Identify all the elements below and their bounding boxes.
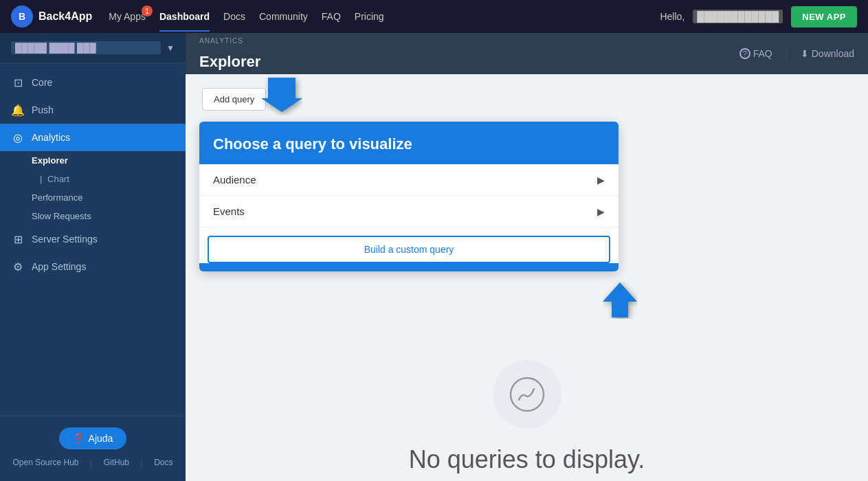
top-nav: B Back4App My Apps 1 Dashboard Docs Comm… [0,0,868,33]
sidebar-label-analytics: Analytics [32,132,70,143]
footer-github[interactable]: GitHub [104,458,129,470]
chevron-icon: ▼ [166,43,175,53]
page-content: Add query Choose a query to visualize Au… [186,74,868,481]
content-area: ANALYTICS Explorer ? FAQ ⬇ Download [186,33,868,481]
sidebar-sub-explorer[interactable]: Explorer [32,151,186,170]
sidebar-label-app-settings: App Settings [32,261,86,272]
core-icon: ⊡ [11,76,25,89]
server-settings-icon: ⊞ [11,232,25,246]
dropdown-options: Audience ▶ Events ▶ Build a custom query [199,164,619,263]
page-title: Explorer [199,53,260,71]
ajuda-button[interactable]: ❓ Ajuda [59,427,127,449]
svg-marker-0 [261,78,302,112]
empty-state: No queries to display. Use the "Add quer… [199,319,854,481]
build-custom-query-button[interactable]: Build a custom query [208,236,610,263]
nav-dashboard[interactable]: Dashboard [159,11,210,22]
sidebar-label-core: Core [32,77,52,88]
arrow-down-decor [261,74,302,118]
app-name-bar[interactable]: █████ ████ ███ ▼ [0,33,186,63]
analytics-submenu: Explorer | Chart Performance Slow Reques… [0,151,186,225]
chevron-right-icon-2: ▶ [597,206,605,217]
sidebar-label-server-settings: Server Settings [32,234,98,245]
footer-opensource[interactable]: Open Source Hub [12,458,78,470]
header-faq-link[interactable]: ? FAQ [739,48,772,59]
logo-icon: B [11,5,33,27]
header-right: ? FAQ ⬇ Download [739,47,854,60]
question-icon: ❓ [73,433,85,444]
header-download-link[interactable]: ⬇ Download [801,48,854,59]
nav-community[interactable]: Community [259,11,308,22]
arrow-up-decor [385,281,854,319]
sidebar-sub-slow-requests[interactable]: Slow Requests [32,207,186,225]
sidebar-item-analytics[interactable]: ◎ Analytics [0,124,186,151]
svg-point-2 [511,378,544,411]
sidebar-item-app-settings[interactable]: ⚙ App Settings [0,253,186,280]
hello-text: Hello, [660,11,685,22]
main-layout: █████ ████ ███ ▼ ⊡ Core 🔔 Push ◎ Analyti… [0,33,868,481]
sidebar-section-main: ⊡ Core 🔔 Push ◎ Analytics Explorer | Cha… [0,63,186,286]
push-icon: 🔔 [11,103,25,117]
footer-docs[interactable]: Docs [154,458,173,470]
faq-circle-icon: ? [739,48,750,59]
dropdown-header: Choose a query to visualize [199,122,619,164]
user-name: ████████████ [693,10,783,23]
no-queries-text: No queries to display. [409,445,645,474]
analytics-icon: ◎ [11,131,25,144]
logo-text: Back4App [38,10,92,23]
chevron-right-icon: ▶ [597,175,605,186]
new-app-button[interactable]: NEW APP [791,6,857,27]
header-divider [786,47,787,60]
svg-marker-1 [603,282,637,317]
add-query-button[interactable]: Add query [202,88,266,111]
nav-myapps[interactable]: My Apps 1 [109,11,146,22]
sidebar-sub-chart[interactable]: | Chart [32,170,186,188]
nav-docs[interactable]: Docs [223,11,245,22]
nav-pricing[interactable]: Pricing [355,11,384,22]
sidebar-sub-performance[interactable]: Performance [32,188,186,207]
dropdown-audience[interactable]: Audience ▶ [199,164,619,196]
nav-right: Hello, ████████████ NEW APP [660,6,857,27]
app-settings-icon: ⚙ [11,260,25,273]
analytics-header: ANALYTICS Explorer ? FAQ ⬇ Download [186,33,868,74]
nav-faq[interactable]: FAQ [322,11,341,22]
app-name-text: █████ ████ ███ [11,41,161,54]
analytics-label: ANALYTICS [199,37,260,45]
sidebar-label-push: Push [32,104,54,115]
chart-icon-container [493,360,561,429]
nav-links: My Apps 1 Dashboard Docs Community FAQ P… [109,11,643,22]
dropdown-events[interactable]: Events ▶ [199,196,619,227]
footer-links: Open Source Hub | GitHub | Docs [11,458,175,470]
query-dropdown: Choose a query to visualize Audience ▶ E… [199,122,619,271]
myapps-badge: 1 [142,5,153,16]
sidebar-item-push[interactable]: 🔔 Push [0,96,186,124]
logo: B Back4App [11,5,92,27]
download-icon: ⬇ [801,48,809,59]
sidebar-item-server-settings[interactable]: ⊞ Server Settings [0,225,186,253]
sidebar-footer: ❓ Ajuda Open Source Hub | GitHub | Docs [0,416,186,481]
sidebar-item-core[interactable]: ⊡ Core [0,69,186,96]
chart-icon [507,374,548,415]
sidebar: █████ ████ ███ ▼ ⊡ Core 🔔 Push ◎ Analyti… [0,33,186,481]
